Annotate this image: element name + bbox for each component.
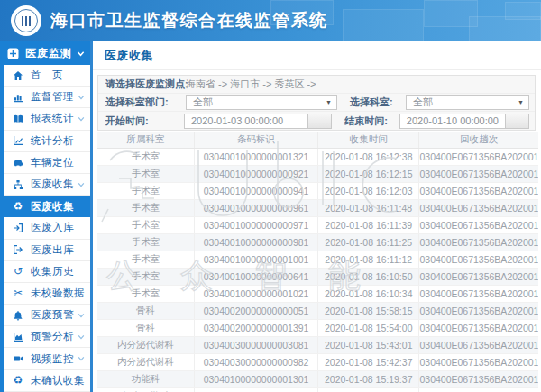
table-row[interactable]: 手术室030400100000000013212020-01-08 16:12:… (97, 148, 538, 165)
sidebar-item-home[interactable]: 首 页 (4, 65, 90, 87)
chevron-down-icon (78, 333, 85, 341)
table-row[interactable]: 手术室030400100000000009212020-01-08 16:12:… (97, 165, 538, 182)
sidebar-item-outbound[interactable]: 医废出库 (4, 240, 90, 261)
end-time-input[interactable]: 2020-01-10 00:00:00 (399, 114, 529, 129)
table-cell: 2020-01-08 15:58:15 (317, 302, 418, 319)
table-cell: 030400E0671356BA202001088 (419, 370, 538, 387)
table-cell: 030400E0671356BA202001089 (419, 353, 538, 370)
table-cell: 2020-01-08 15:42:37 (317, 353, 418, 370)
table-cell: 2020-01-08 15:19:37 (317, 370, 418, 387)
table-cell: 手术室 (97, 216, 195, 233)
sidebar-item-supervision[interactable]: 监督管理 (4, 87, 90, 108)
sitemap-icon (12, 178, 24, 190)
chevron-down-icon (78, 312, 85, 319)
table-cell: 03040010000000000981 (195, 233, 318, 251)
table-cell: 2020-01-08 15:14:30 (317, 387, 418, 392)
sidebar-item-inbound[interactable]: 医废入库 (4, 217, 90, 239)
office-select[interactable]: 全部 ▼ (406, 95, 529, 110)
table-cell: 03040010000000001021 (195, 285, 318, 302)
app-header: 海口市卫生监督综合在线监管系统 (0, 0, 541, 41)
table-cell: 2020-01-08 16:12:38 (317, 148, 418, 165)
sidebar-item-history[interactable]: ↺收集历史 (4, 261, 90, 283)
table-cell: 030400E0671356BA2020010812 (419, 233, 538, 251)
table-row[interactable]: 手术室030400100000000006412020-01-08 16:10:… (97, 268, 538, 285)
plus-square-icon (7, 48, 19, 59)
table-row[interactable]: 手术室030400100000000009412020-01-08 16:12:… (97, 182, 538, 199)
table-cell: 内分泌代谢科 (97, 353, 195, 370)
collection-table: 所属科室条码标识收集时间回收趟次 手术室03040010000000001321… (97, 132, 538, 392)
sidebar-item-collect-group[interactable]: 医废收集 (4, 174, 90, 196)
history-icon: ↺ (12, 266, 24, 278)
sidebar-menu: 首 页监督管理报表统计统计分析车辆定位医废收集♻医废收集医废入库医废出库↺收集历… (0, 65, 90, 392)
table-cell: 骨科 (97, 319, 195, 336)
table-row[interactable]: 手术室030400100000000009712020-01-08 16:11:… (97, 216, 538, 233)
table-cell: 2020-01-08 16:11:12 (317, 251, 418, 268)
sign-out-icon (12, 244, 24, 256)
table-cell: 手术室 (97, 285, 195, 302)
chevron-down-icon (78, 94, 85, 101)
sidebar-root-item[interactable]: 医废监测 (0, 41, 90, 65)
start-time-label: 开始时间: (98, 114, 184, 128)
table-row[interactable]: 骨科030400200000000000512020-01-08 15:58:1… (97, 302, 538, 319)
table-cell: 2020-01-08 16:10:50 (317, 268, 418, 285)
dept-select[interactable]: 全部 ▼ (186, 95, 337, 110)
filter-row-time: 开始时间: 2020-01-03 00:00:00 结束时间: 2020-01-… (98, 112, 535, 130)
area-chart-icon (12, 331, 24, 342)
sidebar-item-label: 医废预警 (31, 308, 78, 322)
table-cell: 内分泌代谢科 (97, 336, 195, 353)
table-row[interactable]: 手术室030400100000000009612020-01-08 16:11:… (97, 199, 538, 216)
scissors-icon: ✂ (12, 287, 24, 299)
table-row[interactable]: 超声医学科030400800000000000812020-01-08 15:1… (97, 387, 538, 392)
table-cell: 手术室 (97, 182, 195, 199)
filter-panel: 请选择医废监测点: 海南省 -> 海口市 -> 秀英区 -> 选择科室部门: 全… (97, 75, 536, 131)
table-cell: 030400E0671356BA2020010812 (419, 182, 538, 199)
table-cell: 超声医学科 (97, 387, 195, 392)
sidebar-item-unconfirmed[interactable]: ♻未确认收集 (4, 370, 90, 392)
sidebar-item-alert-analysis[interactable]: 预警分析 (4, 326, 90, 348)
sidebar-item-vehicle-locate[interactable]: 车辆定位 (4, 152, 90, 174)
table-cell: 03040020000000000051 (195, 302, 318, 319)
app-logo-icon (11, 5, 41, 36)
site-breadcrumb[interactable]: 海南省 -> 海口市 -> 秀英区 -> (186, 77, 316, 91)
sidebar-item-unverified[interactable]: ✂未校验数据 (4, 283, 90, 305)
sign-in-icon (12, 222, 24, 233)
table-cell: 2020-01-08 15:54:00 (317, 319, 418, 336)
table-cell: 03040100000000001301 (195, 370, 318, 387)
sidebar-item-stat-analysis[interactable]: 统计分析 (4, 131, 90, 152)
table-cell: 手术室 (97, 268, 195, 285)
table-cell: 2020-01-08 16:12:15 (317, 165, 418, 182)
table-cell: 2020-01-08 16:11:48 (317, 199, 418, 216)
table-row[interactable]: 手术室030400100000000010212020-01-08 16:10:… (97, 285, 538, 302)
table-cell: 2020-01-08 16:11:39 (317, 216, 418, 233)
sidebar-item-label: 视频监控 (31, 352, 78, 366)
sidebar-item-label: 医废出库 (31, 243, 87, 257)
column-header: 所属科室 (97, 132, 195, 148)
page-title: 医废收集 (93, 41, 541, 70)
table-row[interactable]: 内分泌代谢科030400300000000009822020-01-08 15:… (97, 353, 538, 370)
table-row[interactable]: 骨科030400200000000013912020-01-08 15:54:0… (97, 319, 538, 336)
filter-row-dept: 选择科室部门: 全部 ▼ 选择科室: 全部 ▼ (98, 94, 535, 112)
sidebar-item-label: 车辆定位 (31, 156, 87, 169)
home-icon (12, 69, 24, 81)
table-cell: 030400E0671356BA2020010812 (419, 268, 538, 285)
video-icon (12, 353, 24, 365)
table-cell: 03040010000000001001 (195, 251, 318, 268)
sidebar-item-reports[interactable]: 报表统计 (4, 108, 90, 130)
date-picker-button[interactable] (505, 114, 528, 128)
table-row[interactable]: 手术室030400100000000010012020-01-08 16:11:… (97, 251, 538, 268)
table-row[interactable]: 手术室030400100000000009812020-01-08 16:11:… (97, 233, 538, 251)
table-cell: 2020-01-08 16:12:03 (317, 182, 418, 199)
recycle-icon: ♻ (12, 201, 24, 213)
table-row[interactable]: 内分泌代谢科030400300000000030812020-01-08 15:… (97, 336, 538, 353)
line-chart-icon (12, 135, 24, 147)
table-cell: 030400E0671356BA202001089 (419, 336, 538, 353)
sidebar-item-alert[interactable]: 医废预警 (4, 305, 90, 326)
recycle2-icon: ♻ (12, 375, 24, 387)
start-time-input[interactable]: 2020-01-03 00:00:00 (184, 114, 332, 129)
table-cell: 03040010000000001321 (195, 148, 318, 165)
sidebar-item-video-monitor[interactable]: 视频监控 (4, 348, 90, 369)
table-cell: 030400E0671356BA202001087 (419, 387, 538, 392)
table-row[interactable]: 功能科030401000000000013012020-01-08 15:19:… (97, 370, 538, 387)
sidebar-item-collect[interactable]: ♻医废收集 (4, 196, 90, 217)
date-picker-button[interactable] (307, 114, 331, 128)
